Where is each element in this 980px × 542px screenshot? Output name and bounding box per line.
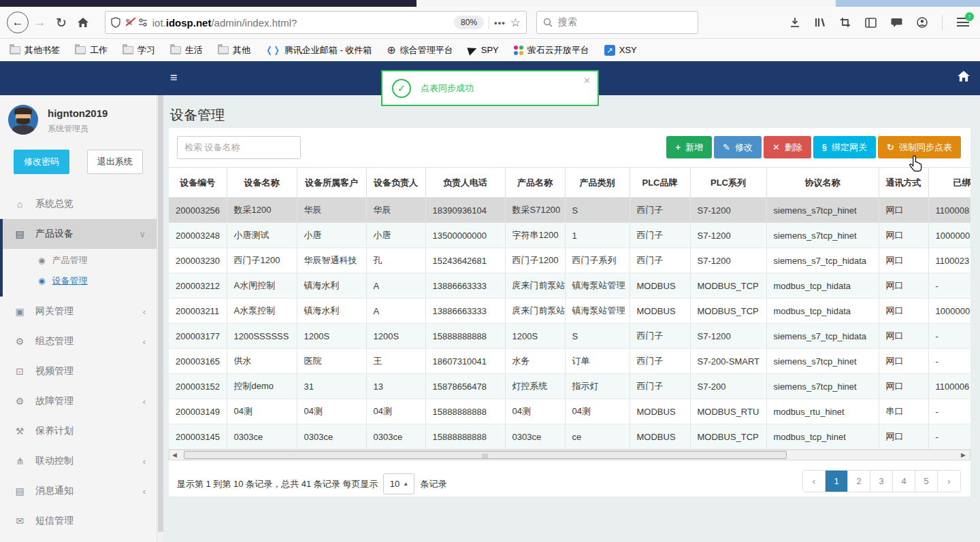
column-header[interactable]: 产品类别 — [565, 168, 630, 198]
sidebar-item-视频管理[interactable]: ⊡视频管理 — [0, 356, 157, 386]
page-button-4[interactable]: 4 — [893, 471, 915, 492]
downloads-button[interactable] — [789, 17, 800, 28]
scroll-right-icon[interactable]: ▶ — [958, 450, 968, 460]
table-row[interactable]: 200003152控制demo311315878656478灯控系统指示灯西门子… — [169, 374, 970, 399]
sidebar-item-系统总览[interactable]: ⌂系统总览 — [0, 189, 157, 219]
bookmark-item[interactable]: ↗XSY — [604, 45, 637, 56]
scrollbar-thumb[interactable]: ||| — [184, 451, 787, 459]
table-row[interactable]: 200003211A水泵控制镇海水利A13886663333庹来门前泵站镇海泵站… — [169, 299, 970, 324]
table-row[interactable]: 2000031771200SSSSSS1200S1200S15888888888… — [169, 324, 970, 349]
table-cell: 200003145 — [169, 424, 227, 450]
logout-button[interactable]: 退出系统 — [87, 150, 143, 174]
zoom-level-badge[interactable]: 80% — [454, 16, 484, 29]
sidebar-item-短信管理[interactable]: ✉短信管理 — [0, 506, 157, 536]
table-cell: 镇海水利 — [297, 273, 366, 299]
sidebar-collapse-icon[interactable]: ≡ — [170, 71, 178, 85]
sidebar-item-故障管理[interactable]: ⚙故障管理‹ — [0, 386, 157, 416]
page-actions-icon[interactable]: ••• — [494, 18, 506, 28]
column-header[interactable]: 负责人电话 — [425, 168, 505, 198]
bookmark-label: 综合管理平台 — [400, 44, 453, 56]
table-cell: siemens_s7tcp_hinet — [766, 223, 879, 248]
table-row[interactable]: 200003165供水医院王18607310041水务订单西门子S7-200-S… — [169, 349, 970, 374]
action-button-新增[interactable]: +新增 — [666, 136, 712, 158]
column-header[interactable]: 设备所属客户 — [297, 168, 366, 198]
scroll-left-icon[interactable]: ◀ — [169, 450, 180, 460]
forward-button[interactable]: → — [29, 12, 50, 33]
table-cell: 200003211 — [169, 299, 227, 324]
page-button-5[interactable]: 5 — [915, 471, 938, 492]
url-text[interactable]: iot.idosp.net/admin/index.html? — [152, 17, 449, 29]
toast-close-icon[interactable]: ✕ — [583, 75, 591, 86]
action-button-删除[interactable]: ✕删除 — [764, 136, 811, 158]
sidebar-toggle-button[interactable] — [865, 18, 877, 28]
menu-button[interactable]: ↑ — [957, 18, 969, 27]
shield-icon[interactable] — [111, 17, 120, 28]
app-home-button[interactable] — [957, 70, 970, 84]
reload-button[interactable]: ↻ — [50, 12, 72, 33]
table-row[interactable]: 200003230西门子1200华辰智通科技孔15243642681西门子120… — [169, 248, 970, 273]
bookmark-item[interactable]: ❬❭腾讯企业邮箱 - 收件箱 — [265, 44, 372, 56]
bookmark-star-icon[interactable]: ☆ — [510, 16, 521, 30]
column-header[interactable]: 设备名称 — [227, 168, 297, 198]
horizontal-scrollbar[interactable]: ◀ ||| ▶ — [169, 450, 970, 460]
table-cell: 西门子 — [630, 198, 690, 223]
chat-pocket-button[interactable] — [891, 18, 902, 28]
table-row[interactable]: 200003248小唐测试小唐小唐13500000000字符串12001西门子S… — [169, 223, 970, 248]
sidebar-item-联动控制[interactable]: ⋔联动控制‹ — [0, 446, 157, 476]
table-row[interactable]: 200003212A水闸控制镇海水利A13886663333庹来门前泵站镇海泵站… — [169, 273, 970, 299]
page-button-2[interactable]: 2 — [848, 471, 870, 492]
column-header[interactable]: 产品名称 — [505, 168, 565, 198]
column-header[interactable]: 设备负责人 — [366, 168, 425, 198]
table-row[interactable]: 200003256数采1200华辰华辰18390936104数采S71200S西… — [169, 198, 970, 223]
library-button[interactable] — [815, 17, 826, 28]
change-password-button[interactable]: 修改密码 — [14, 150, 69, 174]
screenshot-crop-button[interactable] — [840, 17, 851, 28]
insecure-edit-icon[interactable]: ✎ — [125, 17, 133, 28]
table-cell: A — [366, 299, 425, 324]
bookmark-item[interactable]: 工作 — [75, 44, 108, 56]
browser-home-button[interactable] — [72, 12, 94, 33]
column-header[interactable]: 协议名称 — [766, 168, 879, 198]
sidebar-scrollbar[interactable] — [157, 95, 163, 542]
device-search-input[interactable]: 检索 设备名称 — [177, 136, 301, 159]
bookmark-item[interactable]: 萤石云开放平台 — [514, 44, 589, 56]
bookmark-item[interactable]: SPY — [468, 45, 499, 55]
sidebar-subitem-设备管理[interactable]: ◉设备管理 — [3, 271, 157, 291]
sidebar-item-保养计划[interactable]: ⚒保养计划 — [0, 416, 157, 446]
sidebar-item-产品设备[interactable]: ▤产品设备∨ — [3, 219, 157, 249]
page-size-dropdown[interactable]: 10▲ — [383, 473, 414, 494]
bookmark-item[interactable]: 其他书签 — [10, 44, 60, 56]
column-header[interactable]: PLC品牌 — [630, 168, 690, 198]
folder-icon — [122, 46, 133, 54]
page-button-1[interactable]: 1 — [826, 471, 848, 492]
browser-search-box[interactable]: 搜索 — [536, 11, 698, 34]
permissions-icon[interactable] — [138, 18, 148, 27]
back-button[interactable]: ← — [7, 12, 29, 33]
account-button[interactable] — [917, 17, 928, 28]
column-header[interactable]: 已绑定网关编号 — [928, 168, 970, 198]
sidebar-item-上网管理[interactable]: ▤上网管理 — [0, 536, 157, 542]
sidebar-subitem-产品管理[interactable]: ◉产品管理 — [3, 250, 157, 271]
sidebar-item-消息通知[interactable]: ▤消息通知‹ — [0, 476, 157, 506]
bookmark-item[interactable]: 其他 — [218, 44, 250, 56]
action-button-绑定网关[interactable]: §绑定网关 — [813, 136, 876, 158]
bookmark-item[interactable]: 生活 — [170, 44, 203, 56]
column-header[interactable]: 设备编号 — [169, 168, 227, 198]
sidebar-item-组态管理[interactable]: ⚙组态管理‹ — [0, 326, 157, 356]
bookmark-item[interactable]: ⊕综合管理平台 — [387, 44, 453, 56]
page-button-›[interactable]: › — [938, 471, 960, 492]
table-cell: 供水 — [227, 349, 297, 374]
action-button-修改[interactable]: ✎修改 — [714, 136, 762, 158]
table-cell: 1200S — [366, 324, 425, 349]
page-button-3[interactable]: 3 — [870, 471, 893, 492]
url-bar[interactable]: ✎ iot.idosp.net/admin/index.html? 80% ••… — [105, 11, 527, 34]
sidebar-item-网关管理[interactable]: ▣网关管理‹ — [0, 297, 157, 326]
table-row[interactable]: 20000314904测04测04测1588888888804测04测MODBU… — [169, 399, 970, 424]
sidebar-scrollbar-thumb[interactable] — [158, 95, 163, 532]
page-button-‹[interactable]: ‹ — [803, 471, 826, 492]
bookmark-item[interactable]: 学习 — [122, 44, 155, 56]
column-header[interactable]: PLC系列 — [690, 168, 766, 198]
bookmark-label: 生活 — [185, 44, 203, 56]
table-row[interactable]: 2000031450303ce0303ce0303ce1588888888803… — [169, 424, 970, 450]
book-icon: ▤ — [14, 228, 26, 239]
